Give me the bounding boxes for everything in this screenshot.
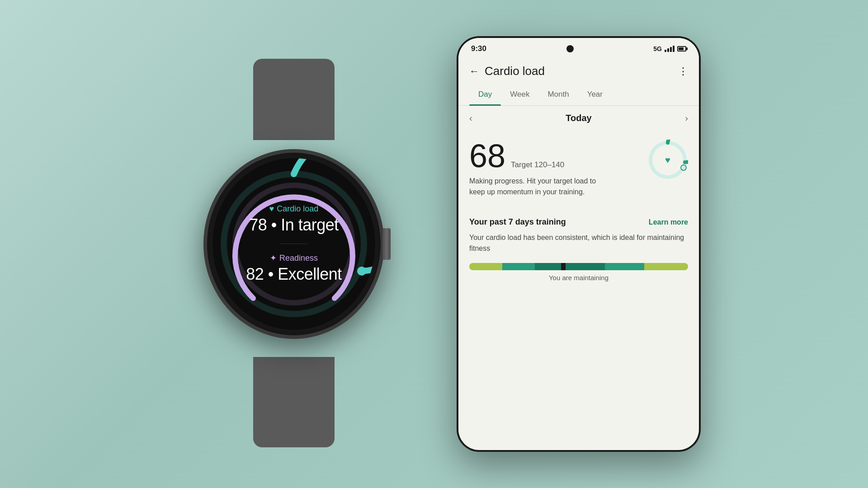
segment-2 xyxy=(502,263,535,270)
signal-bar-4 xyxy=(673,46,675,52)
phone-screen: 9:30 5G xyxy=(458,38,699,450)
current-date-label: Today xyxy=(566,113,591,123)
svg-text:♥: ♥ xyxy=(665,155,670,165)
signal-bar-2 xyxy=(667,48,669,52)
gauge-svg: ♥ xyxy=(647,140,688,180)
page-title: Cardio load xyxy=(485,64,545,78)
watch-container: ♥ Cardio load 78 • In target ✦ Readiness… xyxy=(167,86,420,402)
signal-bar-3 xyxy=(670,47,672,52)
watch-cardio-metric: ♥ Cardio load 78 • In target xyxy=(249,204,339,235)
app-header: ← Cardio load ⋮ xyxy=(458,57,699,84)
watch-cardio-label: ♥ Cardio load xyxy=(269,204,319,214)
status-time: 9:30 xyxy=(471,44,486,53)
segment-3 xyxy=(535,263,561,270)
watch-band-bottom xyxy=(253,357,335,447)
watch-content: ♥ Cardio load 78 • In target ✦ Readiness… xyxy=(246,204,342,284)
tab-month[interactable]: Month xyxy=(538,84,578,105)
segment-1 xyxy=(469,263,502,270)
progress-bar-label: You are maintaining xyxy=(469,274,688,282)
status-right: 5G xyxy=(653,45,686,52)
watch-divider xyxy=(280,244,307,244)
readiness-icon: ✦ xyxy=(270,253,277,263)
training-header: Your past 7 days training Learn more xyxy=(469,217,688,227)
svg-point-1 xyxy=(357,267,366,276)
tabs-row: Day Week Month Year xyxy=(458,84,699,106)
segment-indicator xyxy=(561,263,566,270)
metric-number-row: 68 Target 120–140 xyxy=(469,140,647,172)
watch-readiness-metric: ✦ Readiness 82 • Excellent xyxy=(246,253,342,284)
training-title: Your past 7 days training xyxy=(469,217,566,227)
segment-6 xyxy=(644,263,688,270)
metric-left: 68 Target 120–140 Making progress. Hit y… xyxy=(469,140,647,197)
network-label: 5G xyxy=(653,45,662,52)
front-camera xyxy=(566,45,574,52)
signal-bars xyxy=(665,46,675,52)
back-button[interactable]: ← xyxy=(469,66,479,77)
watch-readiness-label: ✦ Readiness xyxy=(270,253,318,263)
more-options-button[interactable]: ⋮ xyxy=(678,66,688,77)
gauge-container: ♥ xyxy=(647,140,688,180)
metric-description: Making progress. Hit your target load to… xyxy=(469,176,605,197)
tab-year[interactable]: Year xyxy=(578,84,612,105)
metric-target: Target 120–140 xyxy=(511,160,564,169)
scene: ♥ Cardio load 78 • In target ✦ Readiness… xyxy=(0,0,868,488)
next-date-button[interactable]: › xyxy=(685,113,688,123)
segment-5 xyxy=(605,263,644,270)
tab-week[interactable]: Week xyxy=(501,84,538,105)
training-description: Your cardio load has been consistent, wh… xyxy=(469,232,688,254)
training-section: Your past 7 days training Learn more You… xyxy=(458,206,699,293)
battery-fill xyxy=(679,47,684,50)
progress-bar xyxy=(469,263,688,270)
prev-date-button[interactable]: ‹ xyxy=(469,113,472,123)
metric-section: 68 Target 120–140 Making progress. Hit y… xyxy=(458,131,699,206)
watch-screen: ♥ Cardio load 78 • In target ✦ Readiness… xyxy=(212,158,375,330)
heart-icon: ♥ xyxy=(269,204,274,214)
watch-crown xyxy=(382,228,391,260)
date-nav: ‹ Today › xyxy=(458,106,699,131)
svg-point-4 xyxy=(681,165,686,170)
phone-container: 9:30 5G xyxy=(457,36,701,452)
metric-value: 68 xyxy=(469,140,505,172)
watch-readiness-value: 82 • Excellent xyxy=(246,265,342,284)
watch-body: ♥ Cardio load 78 • In target ✦ Readiness… xyxy=(203,149,384,339)
signal-bar-1 xyxy=(665,50,666,52)
battery-icon xyxy=(677,46,686,52)
status-bar: 9:30 5G xyxy=(458,38,699,57)
watch-band-top xyxy=(253,59,335,140)
segment-4 xyxy=(566,263,605,270)
progress-bar-container: You are maintaining xyxy=(469,263,688,282)
watch-cardio-value: 78 • In target xyxy=(249,216,339,235)
tab-day[interactable]: Day xyxy=(469,84,501,105)
app-header-left: ← Cardio load xyxy=(469,64,545,78)
phone-body: 9:30 5G xyxy=(457,36,701,452)
learn-more-link[interactable]: Learn more xyxy=(649,218,688,226)
